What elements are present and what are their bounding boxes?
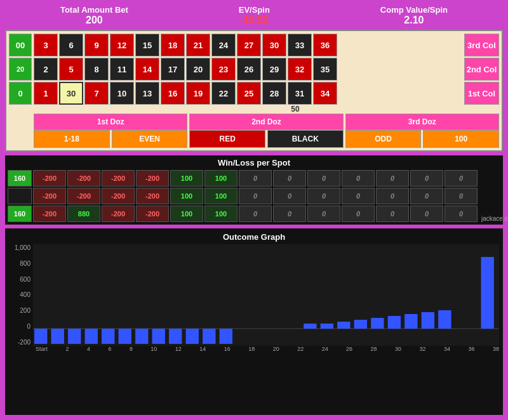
- num-6[interactable]: 6: [59, 34, 83, 56]
- num-1[interactable]: 1: [34, 82, 58, 105]
- total-bet-label: Total Amount Bet: [60, 5, 128, 15]
- wl-left-labels: 160 160: [8, 170, 32, 222]
- bet-red[interactable]: RED: [189, 130, 265, 148]
- num-16[interactable]: 16: [161, 82, 185, 105]
- svg-rect-6: [102, 329, 114, 344]
- winloss-title: Win/Loss per Spot: [8, 158, 500, 167]
- svg-rect-16: [337, 322, 350, 329]
- comp-value: 2.10: [380, 15, 448, 26]
- num-23[interactable]: 23: [211, 58, 236, 81]
- num-34[interactable]: 34: [313, 82, 337, 105]
- num-18[interactable]: 18: [161, 34, 185, 56]
- wl-label-160-top: 160: [8, 170, 32, 187]
- num-2[interactable]: 2: [34, 58, 58, 81]
- svg-rect-23: [481, 257, 493, 329]
- num-25[interactable]: 25: [237, 82, 261, 105]
- svg-rect-3: [51, 329, 64, 344]
- svg-rect-7: [119, 329, 131, 344]
- num-22[interactable]: 22: [211, 82, 236, 105]
- num-30-bet[interactable]: 30: [59, 82, 83, 105]
- outside-row: 1-18 EVEN RED BLACK ODD 100: [34, 130, 499, 148]
- num-17[interactable]: 17: [161, 58, 185, 81]
- num-30[interactable]: 30: [262, 34, 286, 56]
- wl-data-cols: -200-200-200 -200-200880 -200-200-200 -2…: [33, 170, 478, 222]
- dozen-1st[interactable]: 1st Doz: [34, 114, 187, 130]
- graph-section: Outcome Graph 1,000 800 600 400 200 0 -2…: [5, 228, 503, 415]
- num-12[interactable]: 12: [110, 34, 134, 56]
- bet-odd[interactable]: ODD: [345, 130, 422, 148]
- num-11[interactable]: 11: [110, 58, 134, 81]
- board-rows: 00 20 0 3 6 9 12 15 18 21 24 27 30: [9, 34, 499, 105]
- bottom-bet: 50: [91, 105, 499, 114]
- col-label-2nd[interactable]: 2nd Col: [464, 58, 499, 81]
- ev-spin-value: -10.52: [239, 15, 270, 26]
- num-14[interactable]: 14: [135, 58, 159, 81]
- svg-rect-4: [68, 329, 81, 344]
- ev-spin-label: EV/Spin: [239, 5, 270, 15]
- svg-rect-5: [85, 329, 98, 344]
- number-row-1: 3 6 9 12 15 18 21 24 27 30 33 36: [34, 34, 462, 56]
- num-19[interactable]: 19: [186, 82, 210, 105]
- num-31[interactable]: 31: [288, 82, 312, 105]
- num-3[interactable]: 3: [34, 34, 58, 56]
- wl-label-empty: [8, 188, 32, 204]
- col-label-1st[interactable]: 1st Col: [464, 82, 499, 105]
- total-bet-block: Total Amount Bet 200: [60, 5, 128, 26]
- bet-black[interactable]: BLACK: [267, 130, 344, 148]
- x-axis: Start2468101214161820222426283032343638: [36, 346, 499, 352]
- num-13[interactable]: 13: [135, 82, 159, 105]
- svg-rect-18: [371, 318, 384, 329]
- bet-100[interactable]: 100: [423, 130, 499, 148]
- svg-rect-10: [169, 329, 182, 344]
- graph-svg: [33, 244, 499, 346]
- num-8[interactable]: 8: [84, 58, 109, 81]
- num-35[interactable]: 35: [313, 58, 337, 81]
- num-20[interactable]: 20: [186, 58, 210, 81]
- comp-block: Comp Value/Spin 2.10: [380, 5, 448, 26]
- bet-1-18[interactable]: 1-18: [34, 130, 110, 148]
- num-15[interactable]: 15: [135, 34, 159, 56]
- number-grid: 3 6 9 12 15 18 21 24 27 30 33 36 2 5: [34, 34, 462, 105]
- winloss-section: Win/Loss per Spot 160 160 -200-200-200 -…: [5, 155, 503, 225]
- zero-20[interactable]: 20: [9, 58, 32, 81]
- num-27[interactable]: 27: [237, 34, 261, 56]
- num-21[interactable]: 21: [186, 34, 210, 56]
- graph-content: [33, 244, 499, 346]
- svg-rect-8: [135, 329, 148, 344]
- num-10[interactable]: 10: [110, 82, 134, 105]
- num-32[interactable]: 32: [288, 58, 312, 81]
- zero-00[interactable]: 00: [9, 34, 32, 56]
- svg-rect-21: [422, 312, 434, 329]
- bet-even[interactable]: EVEN: [112, 130, 188, 148]
- svg-rect-2: [34, 329, 47, 344]
- total-bet-value: 200: [60, 15, 128, 26]
- num-24[interactable]: 24: [211, 34, 236, 56]
- roulette-board: 00 20 0 3 6 9 12 15 18 21 24 27 30: [5, 30, 503, 152]
- graph-area: 1,000 800 600 400 200 0 -200: [9, 244, 499, 346]
- col-label-3rd[interactable]: 3rd Col: [464, 34, 499, 56]
- zero-0[interactable]: 0: [9, 82, 32, 105]
- svg-rect-13: [220, 329, 232, 344]
- dozen-row: 1st Doz 2nd Doz 3rd Doz: [34, 114, 499, 130]
- num-33[interactable]: 33: [288, 34, 312, 56]
- number-row-3: 1 30 7 10 13 16 19 22 25 28 31 34: [34, 82, 462, 105]
- svg-rect-15: [321, 324, 333, 329]
- svg-rect-22: [438, 310, 451, 329]
- num-29[interactable]: 29: [262, 58, 286, 81]
- num-7[interactable]: 7: [84, 82, 109, 105]
- svg-rect-19: [388, 316, 401, 329]
- num-26[interactable]: 26: [237, 58, 261, 81]
- dozen-2nd[interactable]: 2nd Doz: [189, 114, 343, 130]
- num-28[interactable]: 28: [262, 82, 286, 105]
- svg-rect-9: [152, 329, 165, 344]
- num-5[interactable]: 5: [59, 58, 83, 81]
- dozen-3rd[interactable]: 3rd Doz: [345, 114, 499, 130]
- jackace-label: jackace.com: [479, 170, 508, 222]
- num-9[interactable]: 9: [84, 34, 109, 56]
- num-36[interactable]: 36: [313, 34, 337, 56]
- graph-title: Outcome Graph: [9, 232, 499, 242]
- svg-rect-12: [203, 329, 215, 344]
- svg-rect-14: [304, 324, 316, 329]
- zero-column: 00 20 0: [9, 34, 32, 105]
- column-labels: 3rd Col 2nd Col 1st Col: [464, 34, 499, 105]
